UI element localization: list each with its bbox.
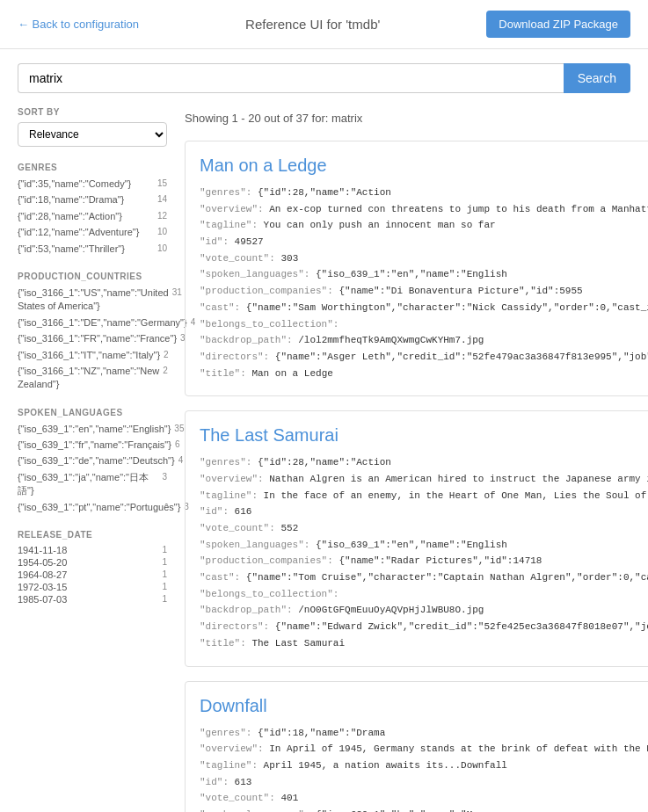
list-item[interactable]: 1941-11-181 <box>18 545 167 555</box>
list-item[interactable]: {"iso_3166_1":"IT","name":"Italy"}2 <box>18 349 167 362</box>
date-count: 1 <box>162 594 167 605</box>
field-key: "id": <box>200 236 229 247</box>
movie-data-line: "cast": {"name":"Tom Cruise","character"… <box>200 569 648 586</box>
movie-title[interactable]: The Last Samurai <box>200 425 648 446</box>
sidebar-item-label: {"iso_3166_1":"IT","name":"Italy"} <box>18 349 164 362</box>
movie-data-line: "spoken_languages": {"iso_639_1":"en","n… <box>200 537 648 554</box>
field-key: "directors": <box>200 352 269 362</box>
results-area: Showing 1 - 20 out of 37 for: matrix Sho… <box>185 107 648 812</box>
search-input[interactable] <box>18 63 564 93</box>
field-value: {"name":"Sam Worthington","character":"N… <box>240 302 648 313</box>
list-item[interactable]: 1985-07-031 <box>18 594 167 605</box>
field-value: In April of 1945, Germany stands at the … <box>264 743 648 754</box>
sidebar-item-count: 10 <box>157 243 167 255</box>
sort-by-label: SORT BY <box>18 107 167 117</box>
production-countries-label: PRODUCTION_COUNTRIES <box>18 272 167 281</box>
list-item[interactable]: {"id":53,"name":"Thriller"}10 <box>18 243 167 256</box>
list-item[interactable]: {"iso_639_1":"de","name":"Deutsch"}4 <box>18 454 167 468</box>
download-button[interactable]: Download ZIP Package <box>486 11 630 38</box>
movie-data-line: "vote_count": 552 <box>200 520 648 537</box>
list-item[interactable]: {"iso_3166_1":"DE","name":"Germany"}4 <box>18 316 167 330</box>
movie-card: Downfall"genres": {"id":18,"name":"Drama… <box>185 681 648 813</box>
genres-section: GENRES {"id":35,"name":"Comedy"}15{"id":… <box>18 163 167 256</box>
field-key: "cast": <box>200 302 240 313</box>
date-label: 1972-03-15 <box>18 582 67 592</box>
date-label: 1985-07-03 <box>18 594 67 605</box>
production-countries-section: PRODUCTION_COUNTRIES {"iso_3166_1":"US",… <box>18 272 167 392</box>
movie-data-line: "cast": {"name":"Sam Worthington","chara… <box>200 300 648 316</box>
field-value: The Last Samurai <box>246 638 345 649</box>
date-count: 1 <box>162 569 167 580</box>
field-key: "overview": <box>200 743 264 754</box>
sidebar-item-label: {"id":35,"name":"Comedy"} <box>18 178 157 191</box>
field-value: {"id":28,"name":"Action <box>251 187 390 198</box>
date-label: 1954-05-20 <box>18 557 67 568</box>
sort-select[interactable]: Relevance <box>18 122 167 147</box>
movie-data-line: "id": 616 <box>200 504 648 520</box>
field-key: "spoken_languages": <box>200 540 309 550</box>
back-link[interactable]: ← Back to configuration <box>18 18 139 31</box>
field-value: An ex-cop turned con threatens to jump t… <box>264 204 648 214</box>
movie-data-line: "genres": {"id":28,"name":"Action <box>200 185 648 201</box>
main-layout: SORT BY Relevance GENRES {"id":35,"name"… <box>0 107 648 812</box>
movie-data: "genres": {"id":18,"name":"Drama"overvie… <box>200 725 648 813</box>
field-value: 303 <box>275 253 298 264</box>
field-value: April 1945, a nation awaits its...Downfa… <box>258 760 507 771</box>
list-item[interactable]: {"iso_3166_1":"FR","name":"France"}3 <box>18 332 167 345</box>
sidebar-item-label: {"id":12,"name":"Adventure"} <box>18 226 157 239</box>
field-key: "genres": <box>200 187 251 198</box>
list-item[interactable]: {"iso_639_1":"ja","name":"日本語"}3 <box>18 471 167 498</box>
field-key: "production_companies": <box>200 555 333 566</box>
genres-label: GENRES <box>18 163 167 172</box>
list-item[interactable]: {"iso_3166_1":"US","name":"United States… <box>18 286 167 314</box>
sidebar-item-label: {"iso_3166_1":"FR","name":"France"} <box>18 332 180 345</box>
field-key: "backdrop_path": <box>200 605 293 615</box>
list-item[interactable]: {"iso_639_1":"fr","name":"Français"}6 <box>18 439 167 452</box>
date-label: 1941-11-18 <box>18 545 67 555</box>
field-key: "cast": <box>200 572 240 583</box>
sidebar-item-count: 12 <box>157 210 167 222</box>
field-value: Man on a Ledge <box>246 368 333 379</box>
list-item[interactable]: 1964-08-271 <box>18 569 167 580</box>
sidebar-item-label: {"id":28,"name":"Action"} <box>18 210 157 223</box>
list-item[interactable]: 1954-05-201 <box>18 557 167 568</box>
list-item[interactable]: {"id":18,"name":"Drama"}14 <box>18 193 167 207</box>
field-key: "vote_count": <box>200 253 275 264</box>
movie-title[interactable]: Downfall <box>200 696 648 716</box>
field-value: {"name":"Asger Leth","credit_id":"52fe47… <box>269 352 648 362</box>
movie-title[interactable]: Man on a Ledge <box>200 156 648 176</box>
field-key: "genres": <box>200 728 251 738</box>
list-item[interactable]: {"iso_639_1":"pt","name":"Português"}3 <box>18 501 167 514</box>
genres-list: {"id":35,"name":"Comedy"}15{"id":18,"nam… <box>18 178 167 256</box>
field-key: "id": <box>200 506 229 517</box>
field-key: "production_companies": <box>200 286 333 296</box>
results-header: Showing 1 - 20 out of 37 for: matrix Sho… <box>185 107 648 128</box>
sidebar-item-label: {"id":53,"name":"Thriller"} <box>18 243 157 256</box>
movie-data-line: "belongs_to_collection": <box>200 316 648 333</box>
sidebar-item-count: 10 <box>157 226 167 238</box>
movie-data-line: "belongs_to_collection": <box>200 586 648 603</box>
date-count: 1 <box>162 582 167 592</box>
sidebar-item-label: {"iso_639_1":"pt","name":"Português"} <box>18 501 184 514</box>
search-button[interactable]: Search <box>564 63 630 93</box>
field-key: "tagline": <box>200 760 258 771</box>
sidebar: SORT BY Relevance GENRES {"id":35,"name"… <box>18 107 185 812</box>
movie-data-line: "directors": {"name":"Asger Leth","credi… <box>200 349 648 366</box>
field-value: {"id":28,"name":"Action <box>251 457 390 468</box>
list-item[interactable]: {"id":35,"name":"Comedy"}15 <box>18 178 167 191</box>
sidebar-item-count: 3 <box>162 471 167 483</box>
list-item[interactable]: {"id":12,"name":"Adventure"}10 <box>18 226 167 239</box>
movie-data-line: "production_companies": {"name":"Di Bona… <box>200 283 648 300</box>
spoken-languages-section: SPOKEN_LANGUAGES {"iso_639_1":"en","name… <box>18 408 167 514</box>
sidebar-item-count: 14 <box>157 193 167 206</box>
field-value: {"iso_639_1":"en","name":"English <box>309 540 506 550</box>
list-item[interactable]: {"iso_639_1":"en","name":"English"}35 <box>18 423 167 436</box>
release-date-label: RELEASE_DATE <box>18 530 167 540</box>
sidebar-item-count: 15 <box>157 178 167 190</box>
list-item[interactable]: {"id":28,"name":"Action"}12 <box>18 210 167 223</box>
field-key: "directors": <box>200 621 269 632</box>
movie-data-line: "id": 613 <box>200 774 648 791</box>
movie-data: "genres": {"id":28,"name":"Action"overvi… <box>200 454 648 651</box>
list-item[interactable]: {"iso_3166_1":"NZ","name":"New Zealand"}… <box>18 365 167 392</box>
list-item[interactable]: 1972-03-151 <box>18 582 167 592</box>
